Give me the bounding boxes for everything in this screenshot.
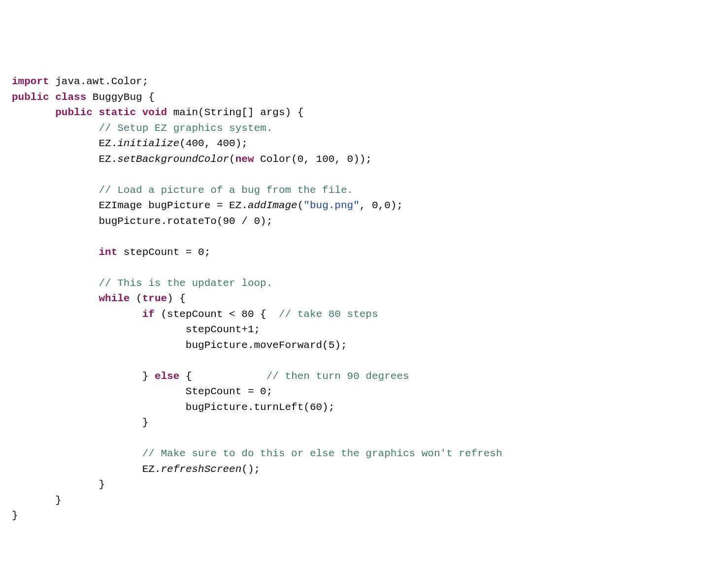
code-line: EZImage bugPicture = EZ.addImage("bug.pn… — [12, 200, 403, 211]
code-line: } — [12, 495, 62, 506]
code-line: EZ.refreshScreen(); — [12, 464, 260, 475]
keyword-static: static — [99, 107, 136, 118]
code-line: } — [12, 479, 105, 490]
code-line: EZ.initialize(400, 400); — [12, 138, 248, 149]
keyword-else: else — [155, 371, 179, 382]
keyword-void: void — [142, 107, 167, 118]
method-initialize: initialize — [117, 138, 179, 149]
keyword-import: import — [12, 76, 49, 87]
code-line: StepCount = 0; — [12, 386, 272, 397]
code-line: int stepCount = 0; — [12, 247, 210, 258]
code-line: // This is the updater loop. — [12, 278, 272, 289]
comment: // Make sure to do this or else the grap… — [142, 448, 502, 459]
method-refreshScreen: refreshScreen — [161, 464, 241, 475]
keyword-class: class — [55, 92, 86, 103]
code-line: public static void main(String[] args) { — [12, 107, 303, 118]
code-line: EZ.setBackgroundColor(new Color(0, 100, … — [12, 154, 372, 165]
keyword-public: public — [12, 92, 49, 103]
keyword-public: public — [55, 107, 93, 118]
keyword-if: if — [142, 309, 155, 320]
code-line: } — [12, 510, 18, 521]
code-line: import java.awt.Color; — [12, 76, 148, 87]
code-line: if (stepCount < 80 { // take 80 steps — [12, 309, 378, 320]
comment: // Load a picture of a bug from the file… — [99, 185, 353, 196]
comment: // Setup EZ graphics system. — [99, 123, 272, 134]
code-line: // Make sure to do this or else the grap… — [12, 448, 502, 459]
code-line: stepCount+1; — [12, 324, 260, 335]
code-line: bugPicture.moveForward(5); — [12, 340, 347, 351]
comment: // take 80 steps — [279, 309, 378, 320]
comment: // This is the updater loop. — [99, 278, 272, 289]
code-line: // Setup EZ graphics system. — [12, 123, 272, 134]
code-line: bugPicture.rotateTo(90 / 0); — [12, 216, 272, 227]
method-addImage: addImage — [248, 200, 298, 211]
code-line: // Load a picture of a bug from the file… — [12, 185, 353, 196]
code-line: bugPicture.turnLeft(60); — [12, 402, 334, 413]
string-literal: "bug.png" — [303, 200, 359, 211]
code-line: } else { // then turn 90 degrees — [12, 371, 409, 382]
keyword-true: true — [142, 293, 167, 304]
comment: // then turn 90 degrees — [266, 371, 409, 382]
code-block: import java.awt.Color; public class Bugg… — [12, 74, 716, 524]
keyword-int: int — [99, 247, 117, 258]
keyword-new: new — [235, 154, 254, 165]
method-setBackgroundColor: setBackgroundColor — [117, 154, 229, 165]
keyword-while: while — [99, 293, 130, 304]
code-line: while (true) { — [12, 293, 186, 304]
code-line: } — [12, 417, 148, 428]
code-line: public class BuggyBug { — [12, 92, 155, 103]
